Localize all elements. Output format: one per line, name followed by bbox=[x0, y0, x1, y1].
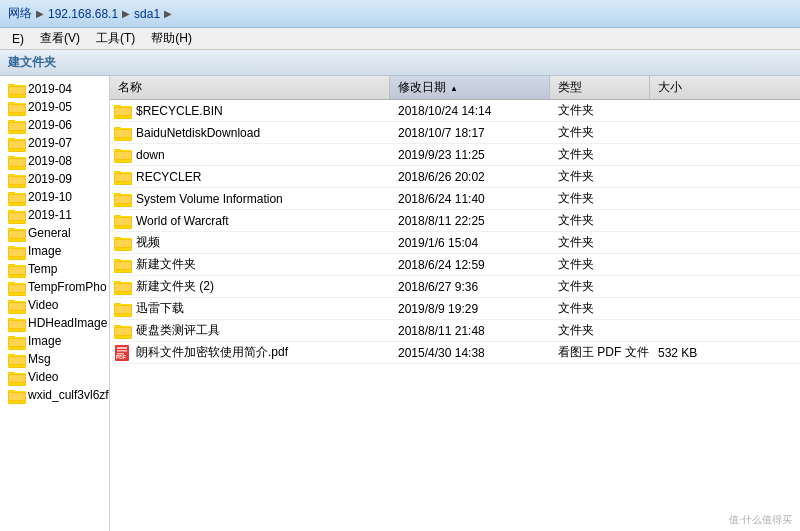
sidebar-item[interactable]: HDHeadImage bbox=[0, 314, 109, 332]
file-name: 视频 bbox=[136, 234, 160, 251]
folder-icon bbox=[114, 213, 132, 229]
sidebar-item-label: 2019-11 bbox=[28, 208, 72, 222]
svg-rect-77 bbox=[9, 303, 25, 310]
watermark: 值·什么值得买 bbox=[729, 513, 792, 527]
folder-icon bbox=[8, 172, 24, 186]
svg-rect-176 bbox=[117, 350, 127, 352]
sidebar-item-label: TempFromPho bbox=[28, 280, 107, 294]
sidebar-item[interactable]: 2019-05 bbox=[0, 98, 109, 116]
title-bar: 网络 ▶ 192.168.68.1 ▶ sda1 ▶ bbox=[0, 0, 800, 28]
folder-icon bbox=[114, 257, 132, 273]
file-name: BaiduNetdiskDownload bbox=[136, 126, 260, 140]
table-row[interactable]: 视频 2019/1/6 15:04 文件夹 bbox=[110, 232, 800, 254]
header-type[interactable]: 类型 bbox=[550, 76, 650, 99]
breadcrumb-sep-3: ▶ bbox=[164, 8, 172, 19]
folder-icon bbox=[114, 147, 132, 163]
folder-icon bbox=[114, 191, 132, 207]
file-name-cell: 迅雷下载 bbox=[110, 298, 390, 319]
sidebar-item[interactable]: 2019-06 bbox=[0, 116, 109, 134]
svg-rect-113 bbox=[115, 108, 131, 115]
folder-icon bbox=[8, 370, 24, 384]
main-content: 2019-04 2019-05 2019-06 2019-07 2019-08 bbox=[0, 76, 800, 531]
file-size: 532 KB bbox=[650, 344, 730, 362]
sidebar-item[interactable]: 2019-04 bbox=[0, 80, 109, 98]
table-row[interactable]: World of Warcraft 2018/8/11 22:25 文件夹 bbox=[110, 210, 800, 232]
file-type: 文件夹 bbox=[550, 122, 650, 143]
sidebar-item-label: 2019-04 bbox=[28, 82, 72, 96]
sidebar-item-label: Video bbox=[28, 298, 58, 312]
menu-view[interactable]: 查看(V) bbox=[32, 28, 88, 49]
file-name-cell: 硬盘类测评工具 bbox=[110, 320, 390, 341]
table-row[interactable]: 新建文件夹 2018/6/24 12:59 文件夹 bbox=[110, 254, 800, 276]
menu-tools[interactable]: 工具(T) bbox=[88, 28, 143, 49]
breadcrumb-drive[interactable]: sda1 bbox=[134, 7, 160, 21]
sidebar-item[interactable]: 2019-10 bbox=[0, 188, 109, 206]
table-row[interactable]: 新建文件夹 (2) 2018/6/27 9:36 文件夹 bbox=[110, 276, 800, 298]
folder-icon bbox=[8, 154, 24, 168]
svg-rect-65 bbox=[9, 267, 25, 274]
table-row[interactable]: down 2019/9/23 11:25 文件夹 bbox=[110, 144, 800, 166]
table-row[interactable]: PDF 朗科文件加密软使用简介.pdf 2015/4/30 14:38 看图王 … bbox=[110, 342, 800, 364]
svg-rect-59 bbox=[9, 249, 25, 256]
svg-rect-149 bbox=[115, 240, 131, 247]
table-row[interactable]: RECYCLER 2018/6/26 20:02 文件夹 bbox=[110, 166, 800, 188]
toolbar-label: 建文件夹 bbox=[8, 54, 56, 71]
file-name-cell: System Volume Information bbox=[110, 189, 390, 209]
sidebar-item[interactable]: 2019-11 bbox=[0, 206, 109, 224]
file-name: 新建文件夹 (2) bbox=[136, 278, 214, 295]
file-type: 文件夹 bbox=[550, 320, 650, 341]
sidebar-item[interactable]: Video bbox=[0, 368, 109, 386]
svg-rect-29 bbox=[9, 159, 25, 166]
sidebar: 2019-04 2019-05 2019-06 2019-07 2019-08 bbox=[0, 76, 110, 531]
file-date: 2019/8/9 19:29 bbox=[390, 300, 550, 318]
file-size bbox=[650, 263, 730, 267]
header-size[interactable]: 大小 bbox=[650, 76, 730, 99]
file-type: 文件夹 bbox=[550, 144, 650, 165]
file-name-cell: 新建文件夹 (2) bbox=[110, 276, 390, 297]
sidebar-item[interactable]: Image bbox=[0, 242, 109, 260]
sidebar-item[interactable]: 2019-07 bbox=[0, 134, 109, 152]
svg-rect-41 bbox=[9, 195, 25, 202]
sidebar-item[interactable]: 2019-08 bbox=[0, 152, 109, 170]
breadcrumb-network[interactable]: 网络 bbox=[8, 5, 32, 22]
table-row[interactable]: System Volume Information 2018/6/24 11:4… bbox=[110, 188, 800, 210]
file-size bbox=[650, 241, 730, 245]
sidebar-item[interactable]: TempFromPho bbox=[0, 278, 109, 296]
sidebar-item[interactable]: General bbox=[0, 224, 109, 242]
file-list-area[interactable]: 名称 修改日期▲ 类型 大小 $RECYCLE.BIN 2018/10/24 1… bbox=[110, 76, 800, 531]
file-name: System Volume Information bbox=[136, 192, 283, 206]
sidebar-item-label: Msg bbox=[28, 352, 51, 366]
file-type: 文件夹 bbox=[550, 254, 650, 275]
sidebar-item[interactable]: 2019-09 bbox=[0, 170, 109, 188]
file-date: 2018/6/24 12:59 bbox=[390, 256, 550, 274]
file-name-cell: PDF 朗科文件加密软使用简介.pdf bbox=[110, 342, 390, 363]
sidebar-item[interactable]: wxid_culf3vl6zfea5 bbox=[0, 386, 109, 404]
menu-help[interactable]: 帮助(H) bbox=[143, 28, 200, 49]
table-row[interactable]: $RECYCLE.BIN 2018/10/24 14:14 文件夹 bbox=[110, 100, 800, 122]
sidebar-item[interactable]: Video bbox=[0, 296, 109, 314]
svg-rect-23 bbox=[9, 141, 25, 148]
svg-rect-5 bbox=[9, 87, 25, 94]
sidebar-item[interactable]: Temp bbox=[0, 260, 109, 278]
svg-rect-89 bbox=[9, 339, 25, 346]
table-row[interactable]: BaiduNetdiskDownload 2018/10/7 18:17 文件夹 bbox=[110, 122, 800, 144]
breadcrumb-sep-1: ▶ bbox=[36, 8, 44, 19]
sidebar-item[interactable]: Msg bbox=[0, 350, 109, 368]
folder-icon bbox=[8, 334, 24, 348]
breadcrumb-ip[interactable]: 192.168.68.1 bbox=[48, 7, 118, 21]
table-row[interactable]: 硬盘类测评工具 2018/8/11 21:48 文件夹 bbox=[110, 320, 800, 342]
header-date[interactable]: 修改日期▲ bbox=[390, 76, 550, 99]
header-name[interactable]: 名称 bbox=[110, 76, 390, 99]
folder-icon bbox=[8, 316, 24, 330]
file-date: 2019/9/23 11:25 bbox=[390, 146, 550, 164]
folder-icon bbox=[114, 235, 132, 251]
sidebar-item[interactable]: Image bbox=[0, 332, 109, 350]
file-type: 文件夹 bbox=[550, 166, 650, 187]
svg-text:PDF: PDF bbox=[116, 354, 126, 360]
menu-hidden[interactable]: E) bbox=[4, 30, 32, 48]
svg-rect-155 bbox=[115, 262, 131, 269]
file-name: RECYCLER bbox=[136, 170, 201, 184]
folder-icon bbox=[8, 226, 24, 240]
table-row[interactable]: 迅雷下载 2019/8/9 19:29 文件夹 bbox=[110, 298, 800, 320]
breadcrumb: 网络 ▶ 192.168.68.1 ▶ sda1 ▶ bbox=[8, 5, 172, 22]
